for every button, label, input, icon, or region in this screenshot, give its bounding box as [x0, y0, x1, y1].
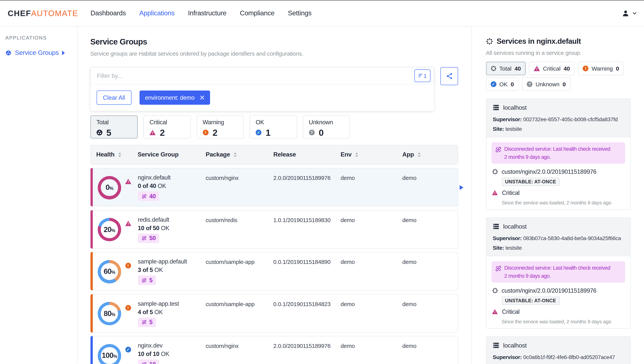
sort-icon[interactable] — [234, 152, 237, 157]
filter-input[interactable] — [91, 68, 414, 84]
service-group-name[interactable]: redis.default — [138, 215, 169, 223]
service-group-name[interactable]: sample-app.default — [138, 257, 187, 265]
row-status-icon-wrap — [125, 347, 131, 354]
column-header-package[interactable]: Package — [206, 145, 237, 164]
nav-compliance[interactable]: Compliance — [240, 9, 274, 17]
sidebar-item-label: Service Groups — [15, 49, 59, 57]
nav-dashboards[interactable]: Dashboards — [90, 9, 126, 17]
percent-sign: % — [111, 270, 115, 275]
service-group-row-sample-app-test[interactable]: 80% sample-app.test 4 of 5 OK 5 custom/s… — [90, 294, 458, 332]
service-host: localhost — [503, 104, 527, 111]
broken-link-icon — [141, 235, 146, 241]
supervisor-label: Supervisor: — [493, 116, 522, 122]
disconnected-badge: 5 — [138, 275, 156, 285]
service-group-row-sample-app-default[interactable]: 60% sample-app.default 3 of 5 OK 5 custo… — [90, 252, 458, 290]
application-window: CHEFAUTOMATE Dashboards Applications Inf… — [0, 0, 644, 364]
panel-filter-unknown[interactable]: Unknown 0 — [522, 77, 570, 91]
percent-sign: % — [111, 312, 115, 317]
service-card-body: Disconnected service: Last health check … — [486, 256, 630, 328]
service-card: localhost Supervisor: 002732ee-6557-405c… — [486, 98, 630, 210]
cell-app: demo — [402, 216, 416, 224]
ok-summary: 10 of 10 OK — [138, 350, 169, 358]
disconnected-alert-text: Disconnected service: Last health check … — [504, 264, 612, 280]
selected-row-pointer-icon — [460, 185, 464, 190]
services-dots-icon — [486, 38, 493, 45]
cell-app: demo — [402, 300, 416, 308]
status-card-label: Warning — [202, 118, 244, 126]
service-group-name[interactable]: nginx.dev — [138, 341, 162, 349]
nav-infrastructure[interactable]: Infrastructure — [188, 9, 226, 17]
supervisor-id: 002732ee-6557-405c-b008-cfcf5da837fd — [523, 116, 618, 122]
column-label: Env — [340, 151, 352, 158]
status-card-label: Critical — [150, 118, 190, 126]
panel-filter-count: 0 — [616, 65, 619, 72]
service-group-row-nginx-dev[interactable]: 100% nginx.dev 10 of 10 OK 10 custom/ngi… — [90, 336, 458, 364]
service-card-header: localhost Supervisor: 0c0a6b1f-f9f2-4fe6… — [486, 336, 630, 364]
chevron-down-icon — [632, 11, 637, 16]
service-groups-icon — [6, 50, 11, 56]
sort-icon[interactable] — [355, 152, 358, 157]
panel-filter-count: 0 — [510, 81, 514, 87]
clear-all-button[interactable]: Clear All — [96, 91, 132, 105]
service-group-row-nginx-default[interactable]: 0% nginx.default 0 of 40 OK 40 custom/ng… — [90, 168, 458, 206]
panel-filter-count: 40 — [564, 65, 570, 72]
logo-automate: AUTOMATE — [31, 9, 78, 18]
column-header-env[interactable]: Env — [340, 145, 358, 164]
critical-icon — [492, 190, 498, 195]
chip-close-icon[interactable] — [200, 95, 204, 100]
service-group-row-redis-default[interactable]: 20% redis.default 10 of 50 OK 50 custom/… — [90, 210, 458, 248]
sidebar-section-label: APPLICATIONS — [5, 35, 77, 41]
row-status-icon-wrap — [125, 221, 131, 228]
filter-chip-label: environment: demo — [145, 94, 194, 101]
service-health-row: Critical — [492, 189, 625, 196]
row-status-icon-wrap — [125, 305, 131, 312]
chef-automate-logo[interactable]: CHEFAUTOMATE — [8, 9, 78, 18]
health-donut: 60% — [98, 260, 121, 283]
panel-filter-total[interactable]: Total 40 — [486, 62, 526, 75]
page-subtitle: Service groups are Habitat services orde… — [90, 50, 458, 57]
filter-chip-environment[interactable]: environment: demo — [140, 91, 210, 105]
status-card-total[interactable]: Total 5 — [90, 115, 138, 138]
status-card-warning[interactable]: Warning 2 — [196, 115, 244, 138]
sort-icon[interactable] — [418, 152, 421, 157]
status-card-unknown[interactable]: Unknown 0 — [303, 115, 350, 138]
nav-settings[interactable]: Settings — [288, 9, 312, 17]
column-header-release: Release — [273, 145, 296, 164]
health-donut: 80% — [98, 302, 121, 325]
sidebar-item-service-groups[interactable]: Service Groups — [6, 49, 73, 57]
server-icon — [493, 105, 499, 111]
row-status-icon-wrap — [125, 179, 131, 186]
supervisor-label: Supervisor: — [493, 235, 522, 241]
filter-chips-row: Clear All environment: demo — [90, 85, 434, 111]
health-donut: 20% — [98, 218, 121, 241]
panel-filter-warning[interactable]: Warning 0 — [578, 62, 624, 75]
service-card-body: Disconnected service: Last health check … — [486, 137, 630, 209]
cell-release: 2.0.0/20190115189976 — [273, 174, 330, 182]
status-card-count: 0 — [319, 128, 324, 137]
panel-filter-label: Unknown — [536, 81, 560, 87]
status-card-critical[interactable]: Critical 2 — [143, 115, 191, 138]
service-site-line: Site: testsite — [493, 244, 624, 251]
share-button[interactable] — [440, 67, 458, 85]
filter-active-count: 1 — [424, 73, 427, 79]
status-card-count: 5 — [106, 128, 111, 137]
column-header-health[interactable]: Health — [96, 145, 121, 164]
disconnected-alert: Disconnected service: Last health check … — [491, 142, 625, 164]
nav-applications[interactable]: Applications — [139, 9, 174, 17]
panel-filter-critical[interactable]: Critical 40 — [529, 62, 574, 75]
ok-label: OK — [158, 183, 166, 189]
services-side-panel: Services in nginx.default All services r… — [472, 27, 644, 363]
status-card-ok[interactable]: OK 1 — [250, 115, 297, 138]
status-card-count: 2 — [212, 128, 217, 137]
service-group-name[interactable]: nginx.default — [138, 173, 170, 181]
filter-count-button[interactable]: 1 — [414, 70, 430, 82]
service-card-header: localhost Supervisor: 002732ee-6557-405c… — [486, 99, 630, 137]
panel-filter-ok[interactable]: OK 0 — [486, 77, 518, 91]
cell-package: custom/nginx — [206, 342, 239, 350]
sort-icon[interactable] — [118, 152, 121, 157]
user-menu[interactable] — [622, 10, 637, 17]
critical-icon — [150, 130, 156, 135]
service-group-name[interactable]: sample-app.test — [138, 299, 179, 307]
column-label: Package — [206, 151, 230, 158]
column-header-app[interactable]: App — [402, 145, 421, 164]
